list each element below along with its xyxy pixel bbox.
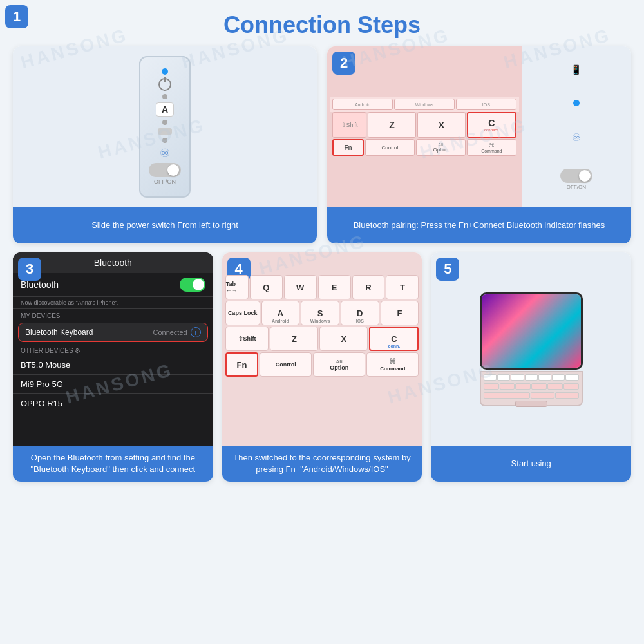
windows-key: Windows [394,99,455,110]
bt-device-3[interactable]: OPPO R15 [13,394,213,413]
c-key-4: C conn. [369,327,419,351]
link-icon-2: ♾ [572,131,581,144]
step-1-card: 1 A ♾ OFF/ON Slide the power switch From… [13,46,317,243]
fn-key-4: Fn [225,352,258,377]
step-3-number: 3 [18,258,41,281]
step-4-image: 4 Tab ←→ Q W E R T Caps Lock A Andro [222,252,422,446]
t-kb-spacebar [484,392,530,399]
bt-keyboard-row[interactable]: Bluetooth Keyboard Connected i [18,323,208,342]
t-kb-key-11 [531,383,547,390]
android-key: Android [332,99,393,110]
t-kb-key-9 [500,383,515,390]
command-key: ⌘ Command [467,139,516,156]
step-3-card: 3 Bluetooth Bluetooth Now discoverable a… [13,252,213,482]
off-on-label-2: OFF/ON [567,184,586,190]
tablet-keyboard [480,371,583,406]
bt-toggle-row: Bluetooth [13,273,213,297]
step-2-keyboard: Android Windows IOS ⇧Shift Z X Cconnect.… [327,46,522,207]
step-5-image: 5 [431,252,631,446]
tablet [480,292,583,370]
bt-settings-header: Bluetooth [13,252,213,273]
switch-knob [167,164,179,176]
step-1-caption: Slide the power switch From left to righ… [13,207,317,243]
t-kb-key-3 [511,374,524,381]
e-key: E [318,275,351,299]
gray-dot-2 [162,120,167,125]
power-switch[interactable] [149,163,181,177]
step-4-card: 4 Tab ←→ Q W E R T Caps Lock A Andro [222,252,422,482]
a-key-4: A Android [261,301,300,325]
t-kb-key-1 [484,374,497,381]
step-4-keyboard: Tab ←→ Q W E R T Caps Lock A Android S [225,256,419,377]
device-rect [158,128,172,135]
gray-dot-3 [162,138,167,143]
power-switch-2 [560,169,592,183]
command-key-4: ⌘ Command [366,352,419,377]
c-connect-key: Cconnect. [467,112,516,138]
ios-key: IOS [456,99,516,110]
t-kb-key-10 [515,383,531,390]
step-2-caption: Bluetooth pairing: Press the Fn+Connect … [327,207,631,243]
caps-key: Caps Lock [225,301,260,325]
tab-key: Tab ←→ [225,275,249,299]
tablet-screen [482,294,581,368]
bt-device-2[interactable]: Mi9 Pro 5G [13,375,213,394]
q-key: Q [250,275,283,299]
off-on-label: OFF/ON [154,178,176,185]
t-kb-key-6 [552,374,565,381]
t-kb-key-8 [484,383,499,390]
step-5-card: 5 [431,252,631,482]
x-key-4: X [319,327,368,351]
d-key: D IOS [341,301,379,325]
t-kb-key-14 [531,392,554,399]
gray-dot-1 [162,94,167,99]
step-5-number: 5 [436,258,459,281]
bt-connected-status: Connected [153,328,187,336]
x-key: X [417,112,466,138]
step-5-caption: Start using [431,446,631,482]
t-kb-key-12 [547,383,563,390]
tablet-with-keyboard [480,292,583,406]
step-2-image: 2 Android Windows IOS ⇧Shift Z X Cconnec… [327,46,631,207]
blue-led [162,68,168,75]
t-kb-key-7 [565,374,578,381]
w-key: W [284,275,317,299]
z-key: Z [368,112,416,138]
fn-key: Fn [332,139,364,156]
a-key: A [156,102,174,117]
step-3-caption: Open the Bluetooth from setting and find… [13,446,213,482]
blue-led-2 [573,100,580,106]
s-key: S Windows [301,301,339,325]
bt-toggle-knob [193,279,204,290]
device-side-view: A ♾ OFF/ON [139,56,191,198]
switch-knob-2 [579,170,591,182]
page-title: Connection Steps [0,0,644,46]
t-kb-key-5 [538,374,551,381]
t-kb-key-13 [564,383,579,390]
t-kb-key-4 [525,374,538,381]
step-2-card: 2 Android Windows IOS ⇧Shift Z X Cconnec… [327,46,631,243]
t-kb-key-15 [555,392,579,399]
bt-toggle[interactable] [180,278,205,292]
step-4-caption: Then switched to the coorresponding syst… [222,446,422,482]
info-icon[interactable]: i [191,327,201,337]
step-2-device: 📱 ♾ OFF/ON [522,46,631,207]
power-icon [158,78,171,91]
bt-keyboard-label: Bluetooth Keyboard [25,328,93,337]
bt-discoverable: Now discoverable as "Anna's iPhone". [13,297,213,309]
z-key-4: Z [270,327,318,351]
my-devices-label: MY DEVICES [13,309,213,321]
step-2-number: 2 [332,52,355,75]
bt-device-1[interactable]: BT5.0 Mouse [13,355,213,375]
shift-key-partial: ⇧Shift [332,112,366,138]
link-icon: ♾ [160,146,170,160]
other-devices-label: OTHER DEVICES ⚙ [13,344,213,355]
step-1-image: 1 A ♾ OFF/ON [13,46,317,207]
f-key: F [381,301,419,325]
control-key-4: Control [260,352,312,377]
r-key: R [352,275,385,299]
t-kb-key-2 [497,374,510,381]
tablet-touchpad [515,401,547,407]
bt-label: Bluetooth [21,279,59,290]
step-3-image: 3 Bluetooth Bluetooth Now discoverable a… [13,252,213,446]
